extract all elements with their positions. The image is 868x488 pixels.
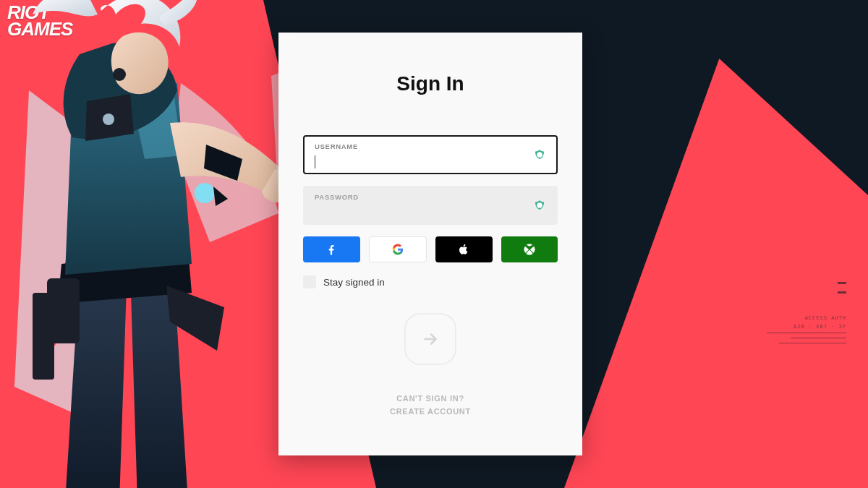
social-login-row [303, 236, 558, 262]
character-illustration [0, 0, 304, 488]
stay-signed-in-row: Stay signed in [303, 275, 558, 288]
stay-signed-in-label: Stay signed in [323, 277, 385, 288]
password-input[interactable] [315, 201, 524, 218]
footer-links: CAN'T SIGN IN? CREATE ACCOUNT [303, 394, 558, 416]
create-account-link[interactable]: CREATE ACCOUNT [303, 407, 558, 416]
username-input[interactable] [315, 150, 524, 168]
shield-icon [533, 148, 546, 161]
svg-point-5 [537, 152, 542, 158]
apple-login-button[interactable] [435, 236, 493, 262]
apple-icon [457, 243, 470, 256]
password-field[interactable]: PASSWORD [303, 186, 558, 225]
google-icon [391, 243, 404, 256]
page-title: Sign In [303, 72, 558, 95]
svg-point-6 [537, 202, 542, 208]
signin-card: Sign In USERNAME PASSWORD [278, 33, 582, 455]
xbox-login-button[interactable] [501, 236, 558, 262]
password-label: PASSWORD [315, 193, 524, 201]
arrow-right-icon [421, 330, 440, 348]
deco-marks [838, 282, 846, 301]
xbox-icon [523, 243, 536, 256]
facebook-login-button[interactable] [303, 236, 360, 262]
svg-point-3 [113, 68, 126, 81]
deco-lines: ACCESS AUTH A20 · X07 · 3P [767, 315, 846, 343]
text-caret [315, 155, 315, 168]
cant-sign-in-link[interactable]: CAN'T SIGN IN? [303, 394, 558, 403]
username-field[interactable]: USERNAME [303, 135, 558, 174]
submit-wrap [303, 313, 558, 365]
username-label: USERNAME [315, 142, 524, 150]
stay-signed-in-checkbox[interactable] [303, 275, 316, 288]
google-login-button[interactable] [369, 236, 427, 262]
submit-button[interactable] [404, 313, 456, 365]
svg-point-2 [195, 183, 215, 203]
shield-icon [533, 199, 546, 212]
facebook-icon [325, 243, 338, 256]
svg-point-4 [103, 114, 114, 125]
svg-rect-1 [33, 293, 54, 380]
